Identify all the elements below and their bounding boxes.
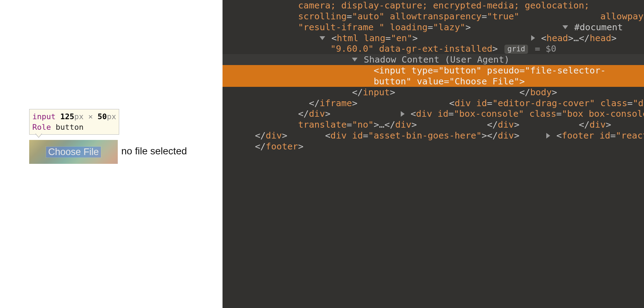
tooltip-width-unit: px: [74, 112, 84, 121]
disclosure-triangle-down-icon[interactable]: [320, 36, 325, 40]
dom-line[interactable]: </footer>: [223, 141, 303, 152]
tooltip-role-label: Role: [32, 123, 51, 131]
tooltip-width-num: 125: [60, 112, 74, 121]
dom-line[interactable]: <div id="editor-drag-cover" class="drag-…: [363, 98, 644, 108]
devtools-elements-panel[interactable]: camera; display-capture; encrypted-media…: [223, 0, 644, 308]
dom-line[interactable]: </div>: [223, 130, 287, 141]
dom-line[interactable]: </div>: [223, 108, 330, 119]
dom-line[interactable]: </div>: [525, 119, 611, 130]
tooltip-times: ×: [88, 112, 93, 121]
dom-line: scrolling="auto" allowtransparency="true…: [223, 11, 519, 21]
dom-line[interactable]: <html lang="en">: [223, 33, 418, 43]
dom-line[interactable]: </html>: [562, 87, 644, 97]
tooltip-height-unit: px: [107, 112, 116, 121]
dom-line: "result-iframe " loading="lazy">: [223, 22, 471, 32]
dom-line[interactable]: </input>: [223, 87, 395, 97]
tooltip-role-value: button: [56, 123, 83, 131]
disclosure-triangle-down-icon[interactable]: [352, 58, 358, 62]
dom-line[interactable]: </div>: [422, 119, 519, 130]
dom-line: allowpaymentrequest="true" allowfullscre…: [525, 11, 644, 21]
dom-line: camera; display-capture; encrypted-media…: [223, 0, 590, 11]
dom-selected-line[interactable]: button" value="Choose File">: [223, 76, 644, 87]
dom-line[interactable]: <!DOCTYPE html>: [628, 22, 644, 32]
dom-line[interactable]: </iframe>: [223, 98, 358, 108]
dom-line[interactable]: #document: [476, 22, 623, 32]
console-ref: = $0: [535, 43, 556, 54]
inspect-tooltip: input 125px × 50px Role button: [29, 109, 119, 135]
tooltip-element-name: input: [32, 112, 56, 121]
dom-line: gyroscope; microphone; midi; payment; we…: [595, 0, 644, 11]
tooltip-height-num: 50: [97, 112, 107, 121]
tooltip-tail: [35, 134, 42, 138]
dom-selected-line[interactable]: <input type="button" pseudo="file-select…: [223, 65, 644, 76]
file-selector-button-label: Choose File: [46, 147, 101, 158]
dom-line[interactable]: <footer id="react-pen-footer" class="sit…: [525, 130, 644, 141]
disclosure-triangle-down-icon[interactable]: [562, 25, 568, 29]
grid-badge[interactable]: grid: [504, 45, 528, 53]
rendered-preview-pane: input 125px × 50px Role button Choose Fi…: [0, 0, 223, 308]
dom-line[interactable]: <div id="box-console" class="box box-con…: [336, 108, 644, 119]
dom-line[interactable]: <div id="asset-bin-goes-here"></div>: [293, 130, 520, 141]
disclosure-triangle-right-icon[interactable]: [531, 35, 535, 41]
dom-line[interactable]: <body translate="no" data-new-gr-c-s-che…: [622, 33, 644, 43]
dom-line[interactable]: <input type="file">: [562, 43, 644, 54]
disclosure-triangle-right-icon[interactable]: [401, 111, 405, 117]
dom-line[interactable]: </body>: [401, 87, 557, 97]
file-selector-status: no file selected: [121, 146, 187, 157]
dom-shadow-line[interactable]: Shadow Content (User Agent): [223, 54, 644, 65]
dom-line[interactable]: <head>…</head>: [423, 33, 617, 43]
dom-line[interactable]: </div>: [617, 119, 644, 130]
dom-line[interactable]: "9.60.0" data-gr-ext-installed> grid = $…: [223, 43, 556, 54]
file-selector-button[interactable]: Choose File: [29, 140, 118, 164]
disclosure-triangle-right-icon[interactable]: [546, 133, 550, 139]
dom-line[interactable]: translate="no">…</div>: [223, 119, 417, 130]
